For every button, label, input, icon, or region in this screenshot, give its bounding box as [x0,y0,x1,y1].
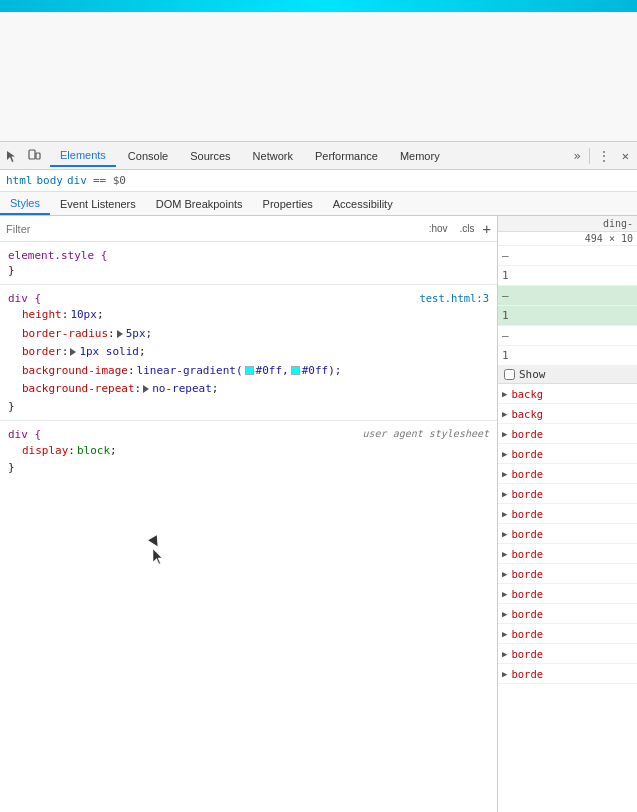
breadcrumb: html body div == $0 [0,170,637,192]
ua-stylesheet-label: user agent stylesheet [363,428,489,441]
right-row-dash-1: – [498,246,637,266]
tab-event-listeners[interactable]: Event Listeners [50,192,146,215]
semicolon-height: ; [97,307,104,324]
breadcrumb-body[interactable]: body [37,174,64,187]
prop-border-radius: border-radius : 5px ; [0,325,497,344]
prop-value-bg-repeat: no-repeat [152,381,212,398]
prop-border: border : 1px solid ; [0,343,497,362]
right-label-3: borde [507,428,633,440]
right-panel-header: ding- [498,216,637,232]
close-devtools-button[interactable]: ✕ [618,147,633,165]
rule-end-brace-3: } [0,460,497,475]
css-selector-div-1: div { [8,292,41,305]
css-panel: :hov .cls + element.style { } [0,216,497,812]
right-label-7: borde [507,508,633,520]
right-label-4: borde [507,448,633,460]
filter-bar: :hov .cls + [0,216,497,242]
webpage-preview [0,12,637,142]
divider [589,148,590,164]
semicolon-border: ; [139,344,146,361]
expand-border-radius-icon[interactable] [117,330,123,338]
prop-value-bg-image-start: linear-gradient( [137,363,243,380]
tab-memory[interactable]: Memory [390,146,450,166]
right-label-13: borde [507,628,633,640]
tab-accessibility[interactable]: Accessibility [323,192,403,215]
right-label-9: borde [507,548,633,560]
expand-border-icon[interactable] [70,348,76,356]
right-label-row-3: ▶ borde [498,424,637,444]
main-content: :hov .cls + element.style { } [0,216,637,812]
expand-bg-repeat-icon[interactable] [143,385,149,393]
right-label-row-7: ▶ borde [498,504,637,524]
prop-name-border-radius: border-radius [22,326,108,343]
cursor-icon[interactable] [4,148,20,164]
devtools-panel: Elements Console Sources Network Perform… [0,142,637,812]
semicolon-bg-repeat: ; [212,381,219,398]
toolbar-end-icons: » ⋮ ✕ [570,147,633,165]
tab-elements[interactable]: Elements [50,145,116,167]
add-style-rule-button[interactable]: + [483,221,491,237]
svg-rect-1 [36,153,40,159]
prop-name-bg-image: background-image [22,363,128,380]
cls-filter-button[interactable]: .cls [456,221,479,236]
rule-divider-2 [0,420,497,421]
right-label-8: borde [507,528,633,540]
colon-border: : [62,344,69,361]
device-icon[interactable] [26,148,42,164]
show-checkbox[interactable] [504,369,515,380]
filter-input[interactable] [6,223,425,235]
colon-height: : [62,307,69,324]
right-label-6: borde [507,488,633,500]
right-label-row-15: ▶ borde [498,664,637,684]
hov-filter-button[interactable]: :hov [425,221,452,236]
right-label-row-6: ▶ borde [498,484,637,504]
dimensions-label: ding- [603,218,633,229]
prop-height: height : 10px ; [0,306,497,325]
right-label-row-1: ▶ backg [498,384,637,404]
num-3: 1 [502,349,509,362]
right-label-row-4: ▶ borde [498,444,637,464]
right-label-row-5: ▶ borde [498,464,637,484]
devtools-toolbar: Elements Console Sources Network Perform… [0,142,637,170]
breadcrumb-html[interactable]: html [6,174,33,187]
filter-buttons: :hov .cls + [425,221,491,237]
breadcrumb-div[interactable]: div [67,174,87,187]
prop-display: display : block ; [0,442,497,461]
tab-styles[interactable]: Styles [0,192,50,215]
css-rules: element.style { } div { test.html:3 heig… [0,242,497,481]
tab-console[interactable]: Console [118,146,178,166]
more-tabs-button[interactable]: » [570,147,585,165]
tab-dom-breakpoints[interactable]: DOM Breakpoints [146,192,253,215]
dash-3: – [502,329,509,342]
panel-tabs: Styles Event Listeners DOM Breakpoints P… [0,192,637,216]
prop-value-border: 1px solid [79,344,139,361]
colon-bg-repeat: : [135,381,142,398]
color-swatch-2[interactable] [291,366,300,375]
dimensions-text: 494 × 10 [585,233,633,244]
right-row-num-3: 1 [498,346,637,366]
right-label-1: backg [507,388,633,400]
right-row-dash-2-green: – [498,286,637,306]
css-selector-div-ua: div { [8,428,41,441]
top-progress-bar [0,0,637,12]
css-rule-element-style: element.style { } [0,246,497,280]
tab-network[interactable]: Network [243,146,303,166]
css-rule-div-ua: div { user agent stylesheet display : bl… [0,425,497,478]
right-row-num-2-green: 1 [498,306,637,326]
devtools-menu-button[interactable]: ⋮ [594,147,614,165]
prop-value-height: 10px [70,307,97,324]
rule-end-brace-2: } [0,399,497,414]
css-source-div-1[interactable]: test.html:3 [419,292,489,305]
tab-properties[interactable]: Properties [253,192,323,215]
css-rule-div-1: div { test.html:3 height : 10px ; border… [0,289,497,416]
right-label-row-9: ▶ borde [498,544,637,564]
right-label-row-14: ▶ borde [498,644,637,664]
prop-value-color2: #0ff); [302,363,342,380]
color-swatch-1[interactable] [245,366,254,375]
right-label-5: borde [507,468,633,480]
rule-header-div-ua: div { user agent stylesheet [0,427,497,442]
tab-sources[interactable]: Sources [180,146,240,166]
tab-performance[interactable]: Performance [305,146,388,166]
right-label-15: borde [507,668,633,680]
rule-header-element-style: element.style { [0,248,497,263]
